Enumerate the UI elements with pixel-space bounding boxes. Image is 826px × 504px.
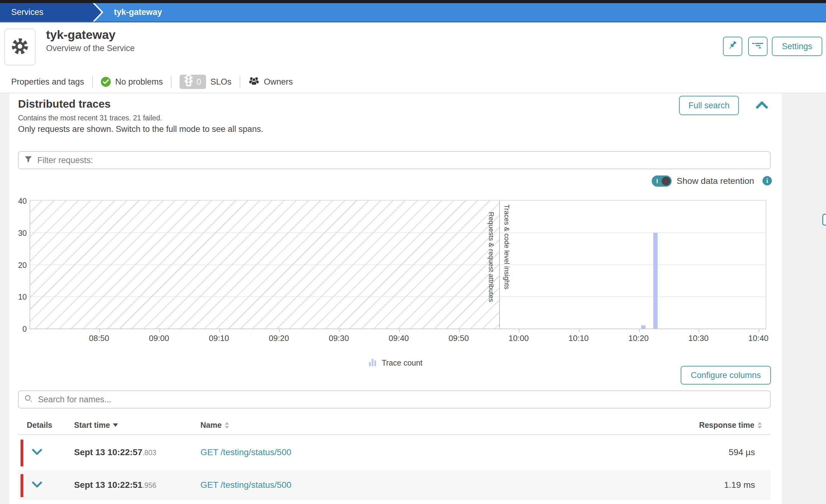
expand-row-chevron-down-icon[interactable]: [32, 481, 43, 489]
filter-requests-input[interactable]: [37, 152, 764, 169]
search-names-input[interactable]: [38, 391, 764, 408]
retention-row: Show data retention i: [9, 175, 782, 189]
x-tick-mark: [759, 329, 759, 332]
x-tick-mark: [99, 329, 100, 332]
y-tick-label: 10: [9, 293, 27, 302]
chart-legend-trace-count[interactable]: Trace count: [368, 358, 422, 368]
trace-start-time: Sept 13 10:22:57.803: [74, 447, 156, 457]
breadcrumb-services-label: Services: [11, 7, 44, 17]
tab-properties-and-tags[interactable]: Properties and tags: [11, 77, 84, 87]
x-tick-label: 08:50: [83, 333, 115, 343]
service-header: tyk-gateway Overview of the Service: [0, 22, 826, 71]
y-tick-label: 30: [9, 229, 27, 238]
settings-button[interactable]: Settings: [772, 37, 822, 56]
toggle-on-mark: [657, 179, 658, 183]
start-time-value: Sept 13 10:22:51: [74, 480, 142, 490]
no-problems-label: No problems: [115, 77, 163, 87]
show-data-retention-toggle[interactable]: [652, 176, 672, 187]
retention-label-left: Requests & request attributes: [487, 212, 495, 302]
start-time-value: Sept 13 10:22:57: [74, 447, 142, 457]
x-tick-label: 09:10: [203, 333, 235, 343]
waterfall-view-button[interactable]: [748, 37, 767, 56]
x-tick-label: 10:30: [683, 333, 714, 343]
expand-row-chevron-down-icon[interactable]: [32, 449, 43, 456]
x-tick-mark: [519, 329, 520, 332]
sort-toggle-icon: [225, 422, 229, 429]
x-tick-label: 09:40: [383, 333, 414, 343]
pin-icon: [727, 40, 738, 53]
funnel-filter-icon: [24, 155, 33, 165]
properties-label: Properties and tags: [11, 77, 84, 87]
retention-boundary-line: [499, 201, 500, 328]
trace-name-link[interactable]: GET /testing/status/500: [200, 447, 291, 457]
trace-name-link[interactable]: GET /testing/status/500: [200, 480, 291, 490]
chart-x-axis: 08:5009:0009:1009:2009:3009:4009:5010:00…: [30, 333, 766, 344]
breadcrumb-current-label: tyk-gateway: [114, 7, 162, 17]
toggle-knob: [662, 177, 670, 185]
breadcrumb: Services tyk-gateway: [0, 3, 826, 22]
search-names-field: [18, 390, 771, 408]
collapsed-side-panel-button[interactable]: [822, 214, 826, 226]
show-data-retention-label: Show data retention: [676, 176, 754, 186]
trace-row[interactable]: Sept 13 10:22:57.803 GET /testing/status…: [18, 436, 771, 469]
info-icon[interactable]: i: [763, 176, 772, 185]
tab-separator: [92, 76, 93, 88]
full-search-button[interactable]: Full search: [679, 96, 739, 115]
tab-separator: [171, 76, 172, 88]
traces-table-header: Details Start time Name Response time: [18, 418, 771, 435]
y-tick-label: 0: [9, 324, 27, 333]
owners-icon: [248, 76, 259, 87]
configure-columns-button[interactable]: Configure columns: [681, 366, 771, 384]
details-header-label: Details: [27, 421, 52, 430]
tab-slos[interactable]: 0 SLOs: [180, 75, 232, 89]
x-tick-label: 10:40: [743, 333, 774, 343]
x-tick-mark: [639, 329, 640, 332]
dynatrace-service-screen: Services tyk-gateway tyk-gateway Overvie…: [0, 0, 826, 504]
gear-icon: [10, 37, 30, 58]
breadcrumb-item-current[interactable]: tyk-gateway: [114, 3, 162, 21]
collapse-section-chevron-up-icon[interactable]: [756, 100, 768, 110]
trace-row[interactable]: Sept 13 10:22:51.956 GET /testing/status…: [18, 470, 771, 500]
tab-owners[interactable]: Owners: [248, 76, 293, 87]
legend-label: Trace count: [381, 359, 422, 367]
name-header-label: Name: [200, 421, 222, 430]
data-retention-hatch-region: [30, 201, 499, 328]
column-name-sort[interactable]: Name: [200, 421, 229, 430]
response-time-header-label: Response time: [699, 421, 754, 430]
column-details: Details: [27, 421, 52, 430]
pin-button[interactable]: [723, 37, 742, 56]
service-tabs: Properties and tags No problems: [0, 71, 826, 93]
x-tick-mark: [339, 329, 340, 332]
check-circle-icon: [101, 77, 111, 87]
x-tick-mark: [459, 329, 460, 332]
breadcrumb-item-services[interactable]: Services: [0, 3, 102, 21]
column-start-time-sort[interactable]: Start time: [74, 421, 118, 430]
page-subtitle: Overview of the Service: [46, 44, 135, 53]
start-time-header-label: Start time: [74, 421, 110, 430]
traffic-light-icon: [185, 74, 193, 89]
trace-response-time: 594 µs: [728, 447, 755, 457]
window-top-strip: [0, 0, 826, 3]
trace-start-time: Sept 13 10:22:51.956: [74, 480, 156, 490]
traces-mode-note: Only requests are shown. Switch to the f…: [18, 124, 263, 134]
waterfall-icon: [752, 42, 764, 51]
trace-count-bar: [653, 233, 658, 328]
x-tick-mark: [159, 329, 160, 332]
traces-title: Distributed traces: [18, 98, 111, 110]
y-tick-label: 20: [9, 261, 27, 270]
slo-badge: 0: [180, 75, 206, 89]
y-tick-label: 40: [9, 197, 27, 206]
error-indicator-bar: [20, 440, 23, 466]
search-icon: [24, 394, 33, 404]
start-time-fraction: .956: [142, 481, 156, 489]
tab-problems[interactable]: No problems: [101, 77, 163, 87]
x-tick-label: 10:10: [563, 333, 594, 343]
column-response-time-sort[interactable]: Response time: [699, 421, 762, 430]
x-tick-mark: [699, 329, 699, 332]
filter-requests-field: [18, 151, 771, 169]
x-tick-label: 09:50: [443, 333, 474, 343]
service-icon-box: [4, 28, 36, 65]
traces-summary: Contains the most recent 31 traces. 21 f…: [18, 114, 162, 122]
trace-count-bar: [641, 325, 646, 328]
x-tick-mark: [220, 329, 220, 332]
